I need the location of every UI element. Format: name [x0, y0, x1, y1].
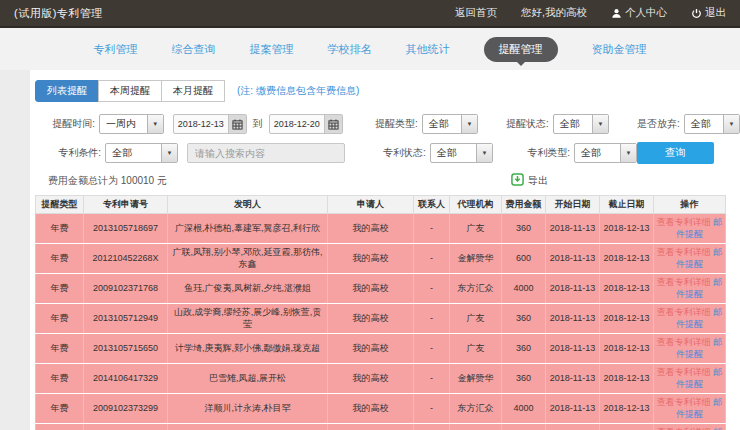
cell-end-date: 2018-12-13 — [600, 244, 654, 274]
agency-link[interactable]: 金解赞华 — [450, 364, 502, 394]
view-patent-detail-link[interactable]: 查看专利详细 — [657, 397, 711, 407]
total-amount-text: 费用金额总计为 100010 元 — [48, 174, 167, 188]
search-input[interactable] — [187, 143, 345, 163]
home-link[interactable]: 返回首页 — [455, 6, 497, 20]
query-button[interactable]: 查询 — [637, 142, 714, 164]
cell-amount: 360 — [502, 214, 546, 244]
reminder-type-select[interactable]: 全部 ▼ — [422, 114, 478, 134]
patent-number-link[interactable]: 2013105718697 — [84, 214, 168, 244]
agency-link[interactable]: 广友 — [450, 334, 502, 364]
tab-week-reminder[interactable]: 本周提醒 — [98, 80, 162, 102]
view-patent-detail-link[interactable]: 查看专利详细 — [657, 307, 711, 317]
tab-month-reminder[interactable]: 本月提醒 — [161, 80, 225, 102]
summary-row: 费用金额总计为 100010 元 导出 — [48, 173, 740, 188]
nav-subsidy-management[interactable]: 资助金管理 — [592, 42, 647, 57]
chevron-down-icon: ▼ — [592, 115, 608, 133]
agency-link[interactable]: 广友 — [450, 304, 502, 334]
patent-number-link[interactable]: 2014106417329 — [84, 364, 168, 394]
table-row: 年费 2013105718697 广深根,朴德柏,辜建军,翼彦召,利行欣 我的高… — [36, 214, 726, 244]
table-row: 年费 2013105712949 山政,成学裔,缪经苏,展少峰,别恢萱,贡莹 我… — [36, 304, 726, 334]
cell-contact: - — [414, 244, 450, 274]
agency-link[interactable]: 金解赞华 — [450, 244, 502, 274]
person-icon — [611, 8, 622, 19]
cell-end-date: 2018-12-13 — [600, 364, 654, 394]
patent-status-select[interactable]: 全部 ▼ — [430, 143, 493, 163]
cell-inventors: 计学埼,庚夷辉,郏小佛,鄢傲娟,珑克超 — [168, 334, 328, 364]
cell-applicant: 我的高校 — [328, 334, 414, 364]
cell-amount: 4000 — [502, 274, 546, 304]
cell-start-date: 2018-11-13 — [546, 334, 600, 364]
view-patent-detail-link[interactable]: 查看专利详细 — [657, 247, 711, 257]
cell-reminder-type: 年费 — [36, 274, 84, 304]
cell-reminder-type: 年费 — [36, 364, 84, 394]
cell-end-date: 2018-12-13 — [600, 304, 654, 334]
chevron-down-icon: ▼ — [620, 144, 636, 162]
agency-link[interactable]: 东方汇众 — [450, 394, 502, 424]
agency-link[interactable]: 东方汇众 — [450, 274, 502, 304]
calendar-icon[interactable] — [228, 115, 246, 133]
nav-proposal-management[interactable]: 提案管理 — [250, 42, 294, 57]
cell-actions: 查看专利详细 邮件提醒 — [654, 394, 726, 424]
date-to-input[interactable] — [270, 115, 324, 133]
cell-actions: 查看专利详细 邮件提醒 — [654, 244, 726, 274]
view-patent-detail-link[interactable]: 查看专利详细 — [657, 217, 711, 227]
cell-end-date: 2018-12-13 — [600, 214, 654, 244]
cell-end-date: 2018-12-13 — [600, 424, 654, 430]
cell-start-date: 2018-11-13 — [546, 274, 600, 304]
date-to-field[interactable] — [269, 114, 343, 134]
cell-applicant: 我的高校 — [328, 274, 414, 304]
nav-school-ranking[interactable]: 学校排名 — [328, 42, 372, 57]
cell-inventors: 洋顺川,计永涛,朴目罕 — [168, 394, 328, 424]
logout-link[interactable]: 退出 — [691, 6, 726, 20]
patent-number-link[interactable]: 2013105712949 — [84, 304, 168, 334]
nav-comprehensive-query[interactable]: 综合查询 — [172, 42, 216, 57]
content-panel: 列表提醒 本周提醒 本月提醒 (注: 缴费信息包含年费信息) 提醒时间: 一周内… — [30, 70, 740, 430]
cell-reminder-type: 年费 — [36, 304, 84, 334]
fee-note: (注: 缴费信息包含年费信息) — [237, 84, 359, 98]
table-row: 年费 2013105715650 计学埼,庚夷辉,郏小佛,鄢傲娟,珑克超 我的高… — [36, 334, 726, 364]
export-button[interactable]: 导出 — [511, 173, 548, 188]
cell-end-date: 2018-12-13 — [600, 334, 654, 364]
cell-inventors: 巴雪雉,凤超,展开松 — [168, 364, 328, 394]
tab-list-reminder[interactable]: 列表提醒 — [35, 80, 99, 102]
patent-number-link[interactable]: 2009102373299 — [84, 394, 168, 424]
cell-contact: - — [414, 424, 450, 430]
reminder-tabs: 列表提醒 本周提醒 本月提醒 (注: 缴费信息包含年费信息) — [35, 80, 740, 102]
reminder-time-select[interactable]: 一周内 ▼ — [99, 114, 164, 134]
patent-number-link[interactable]: 201210452268X — [84, 244, 168, 274]
agency-link[interactable]: 广友 — [450, 214, 502, 244]
patent-number-link[interactable]: 2013105715650 — [84, 334, 168, 364]
patent-type-select[interactable]: 全部 ▼ — [574, 143, 637, 163]
user-center-link[interactable]: 个人中心 — [611, 6, 667, 20]
chevron-down-icon: ▼ — [147, 115, 163, 133]
calendar-icon[interactable] — [324, 115, 342, 133]
app-title: (试用版)专利管理 — [14, 6, 103, 21]
date-from-field[interactable] — [173, 114, 247, 134]
cell-inventors: 山政,成学裔,缪经苏,展少峰,别恢萱,贡莹 — [168, 304, 328, 334]
nav-patent-management[interactable]: 专利管理 — [94, 42, 138, 57]
col-inventors: 发明人 — [168, 196, 328, 214]
cell-actions: 查看专利详细 邮件提醒 — [654, 334, 726, 364]
patent-number-link[interactable]: 2009102373320 — [84, 424, 168, 430]
view-patent-detail-link[interactable]: 查看专利详细 — [657, 337, 711, 347]
patent-condition-select[interactable]: 全部 ▼ — [105, 143, 178, 163]
cell-actions: 查看专利详细 邮件提醒 — [654, 424, 726, 430]
patent-condition-label: 专利条件: — [46, 146, 101, 160]
view-patent-detail-link[interactable]: 查看专利详细 — [657, 367, 711, 377]
cell-contact: - — [414, 394, 450, 424]
nav-reminder-management-active[interactable]: 提醒管理 — [484, 37, 558, 62]
date-from-input[interactable] — [174, 115, 228, 133]
patent-number-link[interactable]: 2009102371768 — [84, 274, 168, 304]
cell-amount: 4000 — [502, 394, 546, 424]
agency-link[interactable]: 东方汇众 — [450, 424, 502, 430]
view-patent-detail-link[interactable]: 查看专利详细 — [657, 277, 711, 287]
col-reminder-type: 提醒类型 — [36, 196, 84, 214]
nav-other-statistics[interactable]: 其他统计 — [406, 42, 450, 57]
cell-start-date: 2018-11-13 — [546, 364, 600, 394]
col-contact: 联系人 — [414, 196, 450, 214]
export-icon — [511, 173, 524, 188]
reminder-status-select[interactable]: 全部 ▼ — [553, 114, 609, 134]
abandon-select[interactable]: 全部 ▼ — [684, 114, 740, 134]
date-range-to-label: 到 — [253, 117, 263, 131]
reminder-time-label: 提醒时间: — [46, 117, 95, 131]
